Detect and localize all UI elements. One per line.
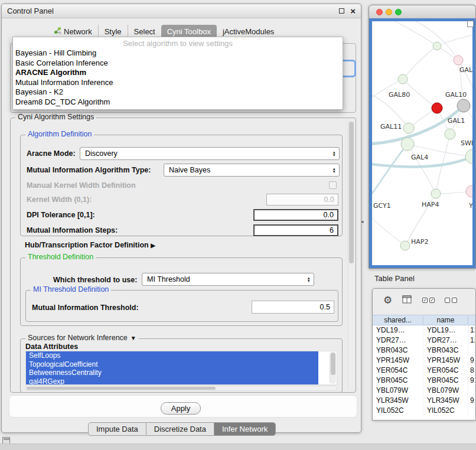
- manual-kernel-width-label: Manual Kernel Width Definition: [27, 181, 136, 190]
- network-node[interactable]: [445, 129, 455, 139]
- table-row[interactable]: YPR145WYPR145W9.: [373, 356, 475, 366]
- network-node-label: GAL80: [389, 91, 410, 99]
- network-node[interactable]: [432, 103, 442, 113]
- gear-icon[interactable]: ⚙: [383, 294, 392, 306]
- network-node[interactable]: [466, 185, 472, 197]
- chevron-down-icon: ▼: [131, 335, 136, 341]
- table-cell: YLR345W: [423, 396, 468, 406]
- network-node[interactable]: [433, 42, 441, 50]
- minimize-traffic-light[interactable]: [386, 9, 392, 15]
- network-node[interactable]: [431, 189, 441, 198]
- mi-threshold-field[interactable]: 0.5: [252, 301, 334, 314]
- attribute-item[interactable]: gal4RGexp: [26, 377, 318, 386]
- mi-threshold-group: MI Threshold Definition Mutual Informati…: [25, 290, 338, 322]
- algorithm-option[interactable]: Mutual Information Inference: [13, 78, 343, 88]
- control-panel-titlebar[interactable]: Control Panel ×: [2, 4, 361, 18]
- attribute-list-hscrollbar[interactable]: [25, 386, 337, 391]
- desktop: Control Panel × Network Style: [0, 0, 476, 450]
- table-row[interactable]: YBL079WYBL079W: [373, 386, 475, 396]
- table-cell: YDR27…: [373, 335, 423, 345]
- table-cell: YPR145W: [373, 356, 423, 366]
- network-node[interactable]: [454, 56, 463, 65]
- algorithm-option[interactable]: ARACNE Algorithm: [13, 68, 343, 78]
- network-graph: GAL7GAL80GAL10GAL11GAL1SWI4GAL4GCY1HAP4Y…: [372, 21, 472, 265]
- table-cell: YER054C: [423, 366, 468, 376]
- network-node-label: HAP2: [411, 238, 428, 246]
- network-edge[interactable]: [407, 144, 436, 194]
- threshold-definition-title: Threshold Definition: [25, 253, 96, 261]
- tab-infer-network[interactable]: Infer Network: [214, 422, 276, 436]
- status-bar: [0, 444, 476, 450]
- mi-steps-field[interactable]: 6: [253, 224, 338, 236]
- table-cell: YBL079W: [423, 386, 468, 396]
- table-cell: [468, 386, 475, 396]
- network-node[interactable]: [401, 138, 414, 151]
- table-row[interactable]: YER054CYER054C8.: [373, 366, 475, 376]
- which-threshold-select[interactable]: MI Threshold ▲▼: [142, 273, 314, 286]
- network-node[interactable]: [403, 123, 414, 133]
- panel-splitter-handle[interactable]: ◂: [361, 219, 364, 224]
- network-canvas[interactable]: GAL7GAL80GAL10GAL11GAL1SWI4GAL4GCY1HAP4Y…: [369, 18, 475, 268]
- table-row[interactable]: YLR345WYLR345W9.: [373, 396, 475, 406]
- columns-icon[interactable]: [402, 295, 412, 306]
- sources-toggle[interactable]: Sources for Network Inference ▼: [25, 334, 139, 342]
- table-row[interactable]: YDR27…YDR27…12: [373, 335, 475, 345]
- network-node-label: GAL4: [411, 154, 428, 161]
- network-node[interactable]: [465, 149, 472, 164]
- cyni-algorithm-settings-group: Cyni Algorithm Settings Algorithm Defini…: [10, 118, 356, 393]
- column-header-name[interactable]: name: [423, 316, 468, 324]
- table-row[interactable]: YIL052CYIL052C: [373, 406, 475, 416]
- algorithm-dropdown: Select algorithm to view settings Bayesi…: [12, 37, 343, 110]
- network-edge[interactable]: [403, 46, 437, 79]
- kernel-width-field[interactable]: 0.0: [266, 194, 338, 206]
- zoom-traffic-light[interactable]: [395, 9, 402, 15]
- algorithm-option[interactable]: Bayesian - K2: [13, 87, 343, 97]
- manual-kernel-width-checkbox[interactable]: [329, 181, 337, 189]
- titlebar-icons: ×: [339, 8, 356, 15]
- network-node-label: SWI4: [461, 139, 472, 147]
- birdseye-toggle[interactable]: [467, 21, 474, 27]
- data-attributes-label: Data Attributes: [25, 343, 78, 351]
- attribute-list-scrollbar[interactable]: [330, 352, 336, 384]
- tab-discretize-data[interactable]: Discretize Data: [146, 422, 214, 436]
- algorithm-definition-group: Algorithm Definition Aracne Mode: Discov…: [20, 135, 343, 236]
- table-row[interactable]: YBR045CYBR045C9.: [373, 376, 475, 386]
- table-row[interactable]: YDL19…YDL19…13: [373, 325, 475, 335]
- combo-arrows-icon: ▲▼: [330, 167, 339, 173]
- aracne-mode-select[interactable]: Discovery ▲▼: [80, 147, 340, 160]
- algorithm-option[interactable]: Dream8 DC_TDC Algorithm: [13, 97, 343, 107]
- table-row[interactable]: YBR043CYBR043C: [373, 345, 475, 356]
- tab-impute-data[interactable]: Impute Data: [88, 422, 146, 436]
- select-all-columns-icon[interactable]: ✓✓: [422, 298, 436, 303]
- algorithm-option[interactable]: Bayesian - Hill Climbing: [13, 48, 343, 58]
- network-edge[interactable]: [389, 21, 437, 46]
- network-node[interactable]: [400, 241, 410, 250]
- mi-algorithm-type-value: Naive Bayes: [169, 166, 210, 174]
- float-window-icon[interactable]: [339, 8, 344, 14]
- network-node[interactable]: [398, 74, 407, 84]
- deselect-all-columns-icon[interactable]: [445, 298, 459, 303]
- kernel-width-label: Kernel Width (0,1):: [27, 195, 92, 204]
- network-node[interactable]: [457, 99, 470, 112]
- control-panel-window: Control Panel × Network Style: [1, 4, 361, 433]
- network-edge[interactable]: [372, 215, 405, 246]
- attribute-item[interactable]: BetweennessCentrality: [26, 369, 318, 377]
- network-edge[interactable]: [372, 144, 407, 200]
- combo-arrows-icon: ▲▼: [304, 276, 314, 282]
- table-header-row: shared... name: [373, 315, 475, 325]
- attribute-item[interactable]: SelfLoops: [26, 351, 318, 360]
- apply-button[interactable]: Apply: [161, 402, 201, 415]
- algorithm-option[interactable]: Basic Correlation Inference: [13, 58, 343, 69]
- mi-algorithm-type-select[interactable]: Naive Bayes ▲▼: [164, 164, 340, 177]
- attribute-item[interactable]: TopologicalCoefficient: [26, 360, 318, 369]
- close-traffic-light[interactable]: [376, 9, 383, 15]
- which-threshold-label: Which threshold to use:: [53, 276, 137, 284]
- column-header-shared-name[interactable]: shared...: [373, 316, 423, 324]
- hub-definition-toggle[interactable]: Hub/Transcription Factor Definition ▶: [25, 241, 155, 249]
- network-node-label: GAL10: [445, 91, 467, 99]
- table-cell: YLR345W: [373, 396, 423, 406]
- network-titlebar[interactable]: [369, 5, 475, 18]
- settings-scrollbar[interactable]: [348, 120, 354, 390]
- close-icon[interactable]: ×: [350, 8, 356, 15]
- dpi-tolerance-field[interactable]: 0.0: [253, 209, 338, 221]
